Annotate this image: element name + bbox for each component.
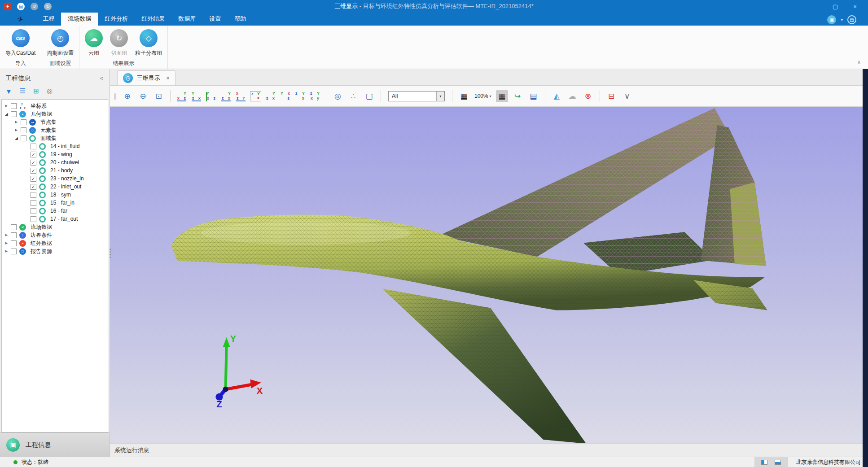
panel-collapse-icon[interactable]: < xyxy=(100,75,103,82)
app-logo-icon[interactable]: ✈ xyxy=(4,3,11,10)
tree-checkbox[interactable] xyxy=(31,216,36,222)
zoom-in-icon[interactable]: ⊕ xyxy=(121,90,133,102)
display-mode-icon[interactable]: ▣ xyxy=(827,15,836,24)
tree-checkbox[interactable] xyxy=(11,103,17,109)
ribbon-button-periodic-face-setup[interactable]: ◴周期面设置 xyxy=(43,29,77,57)
tree-checkbox[interactable]: ✓ xyxy=(31,152,36,157)
menu-tab-infrared-results[interactable]: 红外结果 xyxy=(135,13,171,26)
ribbon-button-particle-map[interactable]: ◇粒子分布图 xyxy=(132,29,166,57)
iso-view-1-icon[interactable]: Yzx xyxy=(265,91,276,101)
particles-icon[interactable]: ∴ xyxy=(347,90,359,102)
package-icon[interactable]: ⊟ xyxy=(605,90,618,102)
menu-tab-flow-field-data[interactable]: 流场数据 xyxy=(61,13,98,26)
tree-row[interactable]: ✓20 - chuiwei xyxy=(2,158,108,166)
tree-expander[interactable]: ▶ xyxy=(4,233,9,237)
close-button[interactable]: × xyxy=(852,3,858,10)
target-icon[interactable]: ◎ xyxy=(47,87,53,95)
undo-icon[interactable]: ↺ xyxy=(31,3,38,10)
tree-row[interactable]: 17 - far_out xyxy=(2,215,108,223)
view-back-icon[interactable]: Yzx xyxy=(220,91,232,101)
tree-expander[interactable]: ▶ xyxy=(4,241,9,245)
tree-checkbox[interactable]: ✓ xyxy=(31,184,36,190)
pane-split-vertical-icon[interactable] xyxy=(761,460,767,465)
tree-row[interactable]: ✓21 - body xyxy=(2,166,108,175)
tree-checkbox[interactable] xyxy=(21,119,26,125)
toolbar-drag-handle[interactable]: ∥ xyxy=(114,92,117,100)
tree-checkbox[interactable] xyxy=(11,240,17,246)
help-book-icon[interactable]: ▤ xyxy=(847,15,856,24)
menu-tab-settings[interactable]: 设置 xyxy=(202,13,228,26)
tree-row[interactable]: 16 - far xyxy=(2,207,108,215)
dropdown-caret-icon[interactable]: ▾ xyxy=(436,92,444,101)
tree-checkbox[interactable] xyxy=(21,135,26,141)
grid-view-icon[interactable]: ⊞ xyxy=(33,87,39,95)
view-bottom-icon[interactable]: Yxz xyxy=(176,91,187,101)
zoom-out-icon[interactable]: ⊖ xyxy=(137,90,149,102)
menu-tab-infrared-analysis[interactable]: 红外分析 xyxy=(98,13,135,26)
tree-row[interactable]: ✓22 - inlet_out xyxy=(2,183,108,191)
menu-tab-engineering[interactable]: 工程 xyxy=(36,13,61,26)
tree-row[interactable]: ▶••节点集 xyxy=(2,118,108,126)
tree-row[interactable]: ◢面域集 xyxy=(2,134,108,142)
tree-row[interactable]: ✓23 - nozzle_in xyxy=(2,175,108,183)
tree-expander[interactable]: ▶ xyxy=(4,249,9,253)
tree-checkbox[interactable] xyxy=(31,208,36,214)
restore-button[interactable]: ▢ xyxy=(832,3,838,10)
ribbon-button-contour-map[interactable]: ☁云图 xyxy=(81,29,106,57)
tree-checkbox[interactable]: ✓ xyxy=(31,176,36,182)
iso-view-3-icon[interactable]: zYx xyxy=(294,91,306,101)
snapshot-icon[interactable]: ▤ xyxy=(527,90,539,102)
smooth-cloud-icon[interactable]: ☁ xyxy=(566,90,579,102)
filter-icon[interactable]: ▼ xyxy=(5,87,12,95)
tree-expander[interactable]: ◢ xyxy=(4,112,9,116)
toolbar-more-icon[interactable]: ∨ xyxy=(621,90,633,102)
tree-expander[interactable]: ▶ xyxy=(13,120,19,124)
tree-row[interactable]: 15 - far_in xyxy=(2,199,108,207)
doc-tab-3d-view[interactable]: ◷三维显示× xyxy=(117,70,175,85)
zoom-level-dropdown[interactable]: 100%▾ xyxy=(473,93,492,99)
zoom-fit-icon[interactable]: ⊡ xyxy=(153,90,165,102)
menu-tab-help[interactable]: 帮助 xyxy=(228,13,253,26)
view-left-icon[interactable]: xzY xyxy=(235,91,246,101)
tree-checkbox[interactable] xyxy=(21,127,26,133)
export-arrow-icon[interactable]: ↪ xyxy=(512,90,524,102)
ribbon-collapse-icon[interactable]: ∧ xyxy=(850,59,868,69)
tree-checkbox[interactable] xyxy=(31,144,36,149)
tree-checkbox[interactable] xyxy=(11,232,17,238)
menu-tab-database[interactable]: 数据库 xyxy=(171,13,202,26)
tree-row[interactable]: ✓19 - wing xyxy=(2,150,108,158)
doc-tab-close-icon[interactable]: × xyxy=(166,74,170,82)
tree-expander[interactable]: ▶ xyxy=(4,104,9,108)
minimize-button[interactable]: – xyxy=(812,3,819,10)
viewport-3d[interactable]: Y X Z xyxy=(110,107,868,443)
tree-checkbox[interactable]: ✓ xyxy=(31,168,36,174)
tree-checkbox[interactable] xyxy=(11,249,17,254)
tree-row[interactable]: ◢▴几何数据 xyxy=(2,110,108,118)
view-right-icon[interactable]: zYx xyxy=(250,91,261,101)
tree-checkbox[interactable] xyxy=(11,111,17,117)
tree-row[interactable]: <流场数据 xyxy=(2,223,108,231)
iso-view-4-icon[interactable]: zYxy xyxy=(309,91,320,101)
tree-row[interactable]: ▶□报告资源 xyxy=(2,247,108,255)
checkerboard-icon[interactable]: ▦ xyxy=(458,90,470,102)
view-top-icon[interactable]: Yzx xyxy=(191,91,202,101)
panel-splitter-handle[interactable] xyxy=(108,249,112,258)
tree-row[interactable]: ▶◌元素集 xyxy=(2,126,108,134)
cancel-icon[interactable]: ⊗ xyxy=(582,90,594,102)
display-filter-select[interactable]: All▾ xyxy=(388,91,445,101)
tree-row[interactable]: ▶×红外数据 xyxy=(2,239,108,247)
new-file-icon[interactable]: ▤ xyxy=(17,3,25,10)
view-front-icon[interactable]: Yxz xyxy=(206,91,217,101)
tree-checkbox[interactable] xyxy=(11,224,17,230)
menubar-caret-icon[interactable]: ▾ xyxy=(841,17,843,22)
ribbon-button-import-cas-dat[interactable]: cas导入Cas/Dat xyxy=(2,29,39,57)
tree-expander[interactable]: ▶ xyxy=(13,128,19,132)
mesh-grid-icon[interactable]: ▦ xyxy=(496,90,508,102)
locate-icon[interactable]: ◎ xyxy=(332,90,344,102)
tree-checkbox[interactable]: ✓ xyxy=(31,160,36,166)
tree-row[interactable]: ▶yzx坐标系 xyxy=(2,102,108,110)
tree-row[interactable]: 14 - int_fluid xyxy=(2,142,108,150)
tree-expander[interactable]: ◢ xyxy=(13,136,19,140)
redo-icon[interactable]: ↻ xyxy=(44,3,52,10)
box-select-icon[interactable]: ▢ xyxy=(363,90,375,102)
